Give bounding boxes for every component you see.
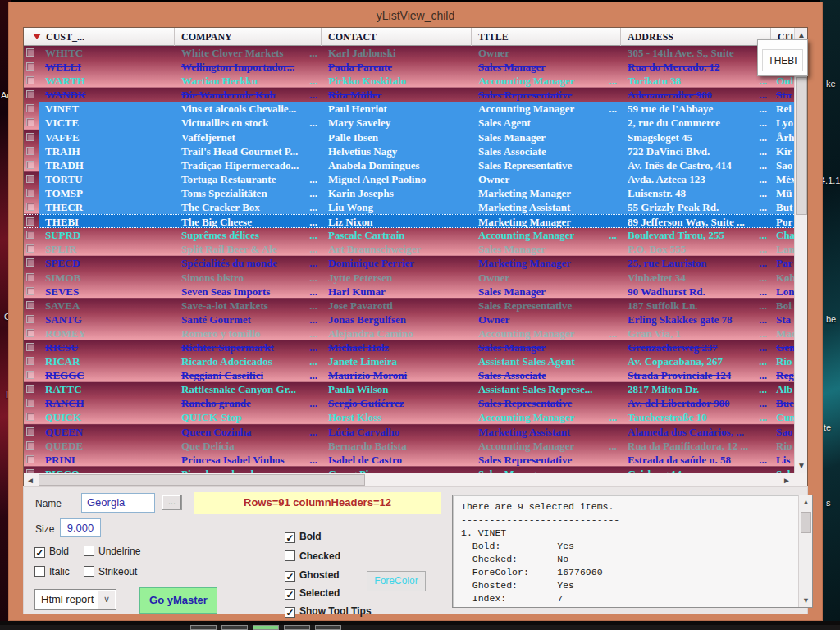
report-select[interactable]: Html report ∨ bbox=[34, 589, 116, 610]
table-row[interactable]: TOMSPToms Spezialitäten...Karin JosephsM… bbox=[24, 186, 794, 200]
row-checkbox[interactable] bbox=[26, 104, 34, 112]
row-checkbox[interactable] bbox=[26, 217, 34, 226]
table-row[interactable]: WANDKDie Wandernde Kuh...Rita MüllerSale… bbox=[24, 88, 794, 102]
table-row[interactable]: SIMOBSimons bistro...Jytte PetersenOwner… bbox=[24, 271, 794, 285]
table-row[interactable]: REGGCReggiani Caseifici...Maurizio Moron… bbox=[24, 368, 794, 382]
row-checkbox[interactable] bbox=[26, 343, 34, 351]
table-row[interactable]: RANCHRancho grande...Sergio GutiérrezSal… bbox=[24, 396, 794, 410]
table-row[interactable]: TRAIHTrail's Head Gourmet P...Helvetius … bbox=[24, 144, 794, 158]
column-header-title[interactable]: TITLE bbox=[472, 28, 621, 46]
table-row[interactable]: THECRThe Cracker Box...Liu WongMarketing… bbox=[24, 200, 794, 214]
table-row[interactable]: RATTCRattlesnake Canyon Gr...Paula Wilso… bbox=[24, 382, 794, 396]
table-row[interactable]: SAVEASave-a-lot Markets...Jose Pavarotti… bbox=[24, 299, 794, 313]
row-checkbox[interactable] bbox=[26, 147, 34, 155]
output-scrollbar[interactable]: ▲ ▼ bbox=[798, 495, 812, 607]
taskbar-button[interactable] bbox=[315, 625, 341, 630]
option-checked-checkbox[interactable]: Checked bbox=[285, 550, 340, 562]
vertical-scrollbar-thumb[interactable] bbox=[796, 77, 807, 215]
row-checkbox[interactable] bbox=[26, 315, 34, 323]
table-row[interactable]: WHITCWhite Clover Markets...Karl Jablons… bbox=[24, 46, 794, 60]
bold-checkbox[interactable]: ✓Bold bbox=[34, 546, 69, 558]
taskbar-button[interactable] bbox=[284, 625, 310, 630]
table-row[interactable]: SPLIRSplit Rail Beer & Ale...Art Braunsc… bbox=[24, 242, 794, 256]
option-bold-checkbox[interactable]: ✓Bold bbox=[285, 531, 322, 543]
row-checkbox[interactable] bbox=[26, 258, 34, 267]
table-row[interactable]: PICCOPiccolo und mehrGeorg PippsSales Ma… bbox=[24, 467, 794, 472]
go-ymaster-button[interactable]: Go yMaster bbox=[139, 587, 217, 614]
underline-checkbox[interactable]: Undelrine bbox=[84, 546, 140, 557]
horizontal-scrollbar-thumb[interactable] bbox=[39, 474, 365, 486]
table-row[interactable]: QUEENQueen Cozinha...Lúcia CarvalhoMarke… bbox=[24, 425, 794, 439]
taskbar-button[interactable] bbox=[253, 625, 279, 630]
option-ghosted-checkbox[interactable]: ✓Ghosted bbox=[285, 569, 340, 582]
table-row[interactable]: RICARRicardo Adocicados...Janete Limeira… bbox=[24, 354, 794, 368]
row-checkbox[interactable] bbox=[26, 90, 34, 98]
option-tooltips-checkbox[interactable]: ✓Show Tool Tips bbox=[285, 605, 372, 618]
output-scrollbar-thumb[interactable] bbox=[801, 512, 811, 533]
table-row[interactable]: PRINIPrincesa Isabel Vinhos...Isabel de … bbox=[24, 453, 794, 467]
row-checkbox[interactable] bbox=[26, 301, 34, 309]
forecolor-button[interactable]: ForeColor bbox=[367, 571, 426, 591]
row-checkbox[interactable] bbox=[26, 244, 34, 253]
row-checkbox[interactable] bbox=[26, 371, 34, 379]
table-row[interactable]: THEBIThe Big Cheese...Liz NixonMarketing… bbox=[24, 214, 794, 228]
scroll-right-icon[interactable]: ► bbox=[780, 474, 793, 486]
scroll-down-icon[interactable]: ▼ bbox=[799, 595, 813, 606]
table-row[interactable]: VICTEVictuailles en stock...Mary Saveley… bbox=[24, 116, 794, 130]
option-selected-checkbox[interactable]: ✓Selected bbox=[285, 587, 340, 600]
row-checkbox[interactable] bbox=[26, 118, 34, 126]
column-header-address[interactable]: ADDRESS bbox=[621, 28, 771, 46]
row-checkbox[interactable] bbox=[26, 161, 34, 169]
taskbar[interactable] bbox=[0, 625, 840, 630]
table-row[interactable]: SUPRDSuprêmes délices...Pascale Cartrain… bbox=[24, 228, 794, 242]
taskbar-button[interactable] bbox=[190, 625, 217, 630]
row-checkbox[interactable] bbox=[26, 189, 34, 197]
font-size-input[interactable]: 9.000 bbox=[60, 518, 101, 537]
table-row[interactable]: RICSURichter Supermarkt...Michael HolzSa… bbox=[24, 340, 794, 354]
table-row[interactable]: TORTUTortuga Restaurante...Miguel Angel … bbox=[24, 172, 794, 186]
scroll-down-icon[interactable]: ▼ bbox=[795, 459, 808, 472]
table-row[interactable]: SANTGSanté Gourmet...Jonas BergulfsenOwn… bbox=[24, 313, 794, 326]
table-row[interactable]: VAFFEVaffeljernetPalle IbsenSales Manage… bbox=[24, 130, 794, 144]
customers-listview[interactable]: CUST_... COMPANY CONTACT TITLE ADDRESS C… bbox=[23, 27, 808, 486]
table-row[interactable]: SEVESSeven Seas Imports...Hari KumarSale… bbox=[24, 285, 794, 299]
table-row[interactable]: WELLIWellington Importador...Paula Paren… bbox=[24, 60, 794, 74]
browse-button[interactable]: ... bbox=[162, 495, 182, 510]
row-checkbox[interactable] bbox=[26, 231, 34, 239]
row-checkbox[interactable] bbox=[26, 413, 34, 421]
row-checkbox[interactable] bbox=[26, 287, 34, 295]
row-checkbox[interactable] bbox=[26, 385, 34, 393]
font-name-input[interactable]: Georgia bbox=[81, 493, 155, 513]
selection-output-box[interactable]: There are 9 selected items. ------------… bbox=[452, 495, 813, 608]
row-checkbox[interactable] bbox=[26, 357, 34, 365]
row-checkbox[interactable] bbox=[26, 427, 34, 436]
column-header-cust[interactable]: CUST_... bbox=[24, 28, 175, 46]
vertical-scrollbar[interactable]: ▲ ▼ bbox=[794, 28, 807, 472]
scroll-left-icon[interactable]: ◄ bbox=[24, 474, 37, 486]
table-row[interactable]: VINETVins et alcools Chevalie...Paul Hen… bbox=[24, 102, 794, 116]
row-checkbox[interactable] bbox=[26, 273, 34, 281]
strikeout-checkbox[interactable]: Strikeout bbox=[84, 566, 137, 578]
row-checkbox[interactable] bbox=[26, 329, 34, 337]
row-checkbox[interactable] bbox=[26, 76, 34, 84]
row-checkbox[interactable] bbox=[26, 399, 34, 407]
horizontal-scrollbar[interactable]: ◄ ► bbox=[24, 472, 807, 486]
row-checkbox[interactable] bbox=[26, 133, 34, 141]
table-row[interactable]: SPECDSpécialités du monde...Dominique Pe… bbox=[24, 256, 794, 270]
italic-checkbox[interactable]: Italic bbox=[34, 566, 70, 578]
column-header-contact[interactable]: CONTACT bbox=[322, 28, 472, 46]
row-checkbox[interactable] bbox=[26, 203, 34, 211]
table-row[interactable]: QUEDEQue DelíciaBernardo BatistaAccounti… bbox=[24, 439, 794, 453]
window-title[interactable]: yListView_child bbox=[9, 2, 822, 27]
row-checkbox[interactable] bbox=[26, 175, 34, 183]
row-checkbox[interactable] bbox=[26, 62, 34, 71]
row-checkbox[interactable] bbox=[26, 48, 34, 57]
scroll-up-icon[interactable]: ▲ bbox=[799, 496, 813, 508]
chevron-down-icon[interactable]: ∨ bbox=[98, 591, 115, 609]
taskbar-button[interactable] bbox=[221, 625, 248, 630]
row-checkbox[interactable] bbox=[26, 441, 34, 450]
table-row[interactable]: WARTHWartian Herkku...Pirkko KoskitaloAc… bbox=[24, 74, 794, 88]
table-row[interactable]: TRADHTradiçao Hipermercado...Anabela Dom… bbox=[24, 158, 794, 172]
table-row[interactable]: ROMEYRomero y tomillo...Alejandra Camino… bbox=[24, 326, 794, 340]
table-row[interactable]: QUICKQUICK-StopHorst KlossAccounting Man… bbox=[24, 410, 794, 424]
